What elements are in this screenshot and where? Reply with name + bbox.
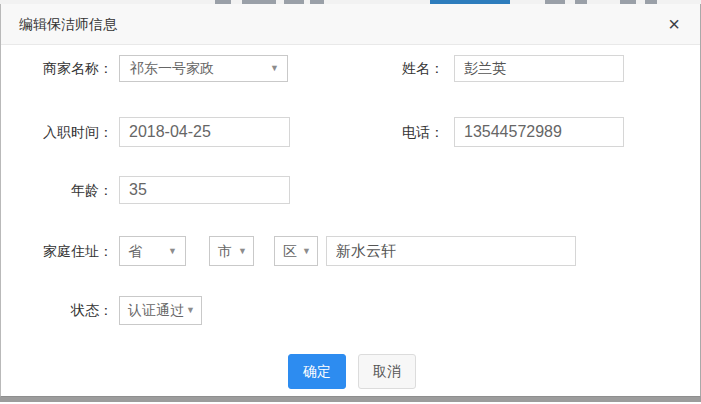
chevron-down-icon: ▼: [186, 297, 195, 324]
row-buttons: 确定 取消: [1, 354, 700, 389]
district-select[interactable]: 区 ▼: [274, 236, 318, 266]
district-select-value: 区: [283, 237, 297, 265]
age-label: 年龄：: [1, 176, 113, 204]
city-select-value: 市: [218, 237, 232, 265]
chevron-down-icon: ▼: [238, 237, 247, 265]
close-icon[interactable]: ×: [668, 4, 680, 44]
address-label: 家庭住址：: [1, 236, 113, 266]
row-status: 状态： 认证通过 ▼: [1, 296, 700, 325]
merchant-select[interactable]: 祁东一号家政 ▼: [119, 55, 288, 82]
merchant-label: 商家名称：: [1, 55, 113, 82]
merchant-select-value: 祁东一号家政: [130, 56, 214, 81]
status-select-value: 认证通过: [128, 297, 184, 324]
row-age: 年龄：: [1, 176, 700, 204]
entry-date-label: 入职时间：: [1, 117, 113, 147]
dialog-bottom-shadow: [0, 397, 701, 402]
phone-label: 电话：: [331, 117, 444, 147]
confirm-button[interactable]: 确定: [288, 354, 346, 389]
edit-cleaner-dialog: 编辑保洁师信息 × 商家名称： 祁东一号家政 ▼ 姓名： 入职时间： 电话： 年…: [0, 4, 701, 397]
phone-input[interactable]: [454, 117, 624, 147]
age-input[interactable]: [119, 176, 290, 204]
province-select-value: 省: [128, 237, 142, 265]
chevron-down-icon: ▼: [270, 56, 279, 81]
dialog-body: 商家名称： 祁东一号家政 ▼ 姓名： 入职时间： 电话： 年龄： 家庭住址： 省: [1, 45, 700, 395]
province-select[interactable]: 省 ▼: [119, 236, 186, 266]
name-label: 姓名：: [331, 55, 444, 82]
entry-date-input[interactable]: [119, 117, 290, 147]
cancel-button[interactable]: 取消: [358, 354, 416, 389]
city-select[interactable]: 市 ▼: [209, 236, 254, 266]
chevron-down-icon: ▼: [168, 237, 177, 265]
address-detail-input[interactable]: [326, 236, 576, 266]
status-label: 状态：: [1, 296, 113, 325]
row-date-phone: 入职时间： 电话：: [1, 117, 700, 147]
row-address: 家庭住址： 省 ▼ 市 ▼ 区 ▼: [1, 236, 700, 266]
name-input[interactable]: [454, 55, 624, 82]
dialog-title: 编辑保洁师信息: [1, 4, 117, 45]
row-merchant-name: 商家名称： 祁东一号家政 ▼ 姓名：: [1, 55, 700, 82]
chevron-down-icon: ▼: [302, 237, 311, 265]
status-select[interactable]: 认证通过 ▼: [119, 296, 202, 325]
dialog-header: 编辑保洁师信息 ×: [1, 4, 700, 45]
